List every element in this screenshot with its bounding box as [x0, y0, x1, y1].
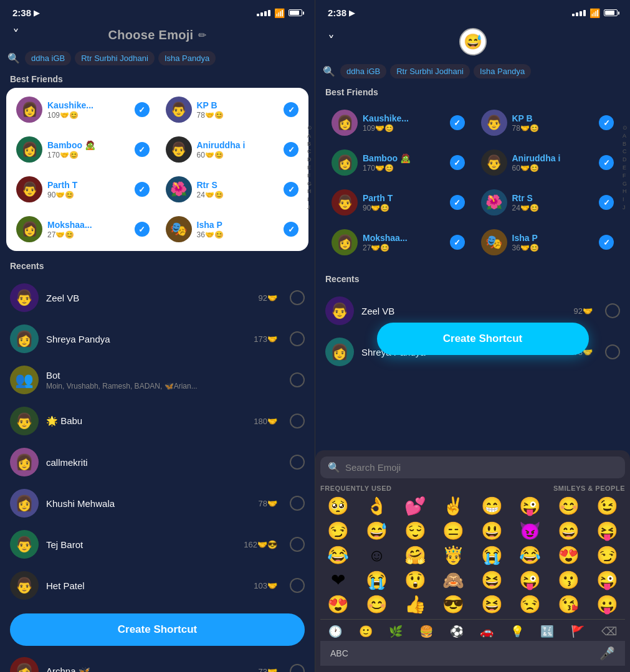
- search-bar-right[interactable]: 🔍 ddha iGB Rtr Surbhi Jodhani Isha Pandy…: [315, 60, 630, 82]
- emoji-cell[interactable]: 😑: [436, 521, 472, 542]
- emoji-cell[interactable]: 😏: [320, 521, 356, 542]
- friend-card-kpb-r[interactable]: 👨 KP B 78🤝😊: [474, 103, 622, 142]
- friend-card-rtrs[interactable]: 🌺 Rtr S 24🤝😊: [158, 170, 307, 209]
- select-het[interactable]: [290, 578, 305, 593]
- recent-item-het[interactable]: 👨 Het Patel 103🤝: [0, 565, 315, 606]
- emoji-cell[interactable]: 😊: [551, 496, 587, 517]
- emoji-cell[interactable]: 😍: [320, 594, 356, 615]
- emoji-cell[interactable]: ❤: [320, 570, 356, 591]
- emoji-cell[interactable]: 🤴: [436, 545, 472, 566]
- select-shreya[interactable]: [290, 331, 305, 346]
- select-khushi[interactable]: [290, 496, 305, 511]
- friend-card-aniruddha[interactable]: 👨 Aniruddha i 60🤝😊: [158, 130, 307, 169]
- recent-item-bot[interactable]: 👥 Bot Moin, Vrushabh, Ramesh, BADAN, 🦋Ar…: [0, 359, 315, 400]
- emoji-cell[interactable]: 👌: [359, 496, 395, 517]
- emoji-cell[interactable]: 🤗: [397, 545, 433, 566]
- emoji-cell[interactable]: 😘: [551, 594, 587, 615]
- emoji-cell[interactable]: 😭: [474, 545, 510, 566]
- friend-card-kaushike-r[interactable]: 👩 Kaushike... 109🤝😊: [324, 103, 472, 142]
- friend-card-rtrs-r[interactable]: 🌺 Rtr S 24🤝😊: [474, 183, 622, 222]
- emoji-search-bar[interactable]: 🔍 Search Emoji: [320, 457, 625, 478]
- select-archna[interactable]: [290, 664, 305, 672]
- chip-2-right[interactable]: Rtr Surbhi Jodhani: [390, 64, 470, 78]
- recent-item-khushi[interactable]: 👩 Khushi Mehwala 78🤝: [0, 483, 315, 524]
- emoji-cell[interactable]: 😁: [474, 496, 510, 517]
- emoji-cell[interactable]: 😝: [589, 521, 625, 542]
- emoji-cell[interactable]: 😆: [474, 594, 510, 615]
- emoji-cell[interactable]: 😜: [512, 496, 548, 517]
- emoji-cell[interactable]: 😈: [512, 521, 548, 542]
- toolbar-objects-icon[interactable]: 💡: [510, 625, 524, 638]
- toolbar-clock-icon[interactable]: 🕐: [328, 625, 342, 638]
- back-arrow-left[interactable]: ˅: [12, 27, 19, 44]
- emoji-cell[interactable]: 😏: [589, 545, 625, 566]
- create-shortcut-button-right[interactable]: Create Shortcut: [377, 323, 589, 355]
- toolbar-symbols-icon[interactable]: 🔣: [540, 625, 554, 638]
- emoji-cell[interactable]: 😅: [359, 521, 395, 542]
- chip-3-left[interactable]: Isha Pandya: [158, 51, 216, 65]
- emoji-cell[interactable]: 😊: [359, 594, 395, 615]
- select-callmekriti[interactable]: [290, 455, 305, 470]
- select-tej[interactable]: [290, 537, 305, 552]
- emoji-cell[interactable]: 😂: [512, 545, 548, 566]
- friend-card-mokshaa-r[interactable]: 👩 Mokshaa... 27🤝😊: [324, 223, 472, 262]
- emoji-cell[interactable]: 😛: [589, 594, 625, 615]
- emoji-cell[interactable]: 😄: [551, 521, 587, 542]
- select-zeelvb-r[interactable]: [605, 303, 620, 318]
- friend-card-kpb[interactable]: 👨 KP B 78🤝😊: [158, 90, 307, 129]
- toolbar-food-icon[interactable]: 🍔: [419, 625, 433, 638]
- recent-item-archna[interactable]: 👩 Archna 🦋 73🤝: [0, 651, 315, 672]
- emoji-cell[interactable]: ☺: [359, 545, 395, 566]
- emoji-cell[interactable]: 😆: [474, 570, 510, 591]
- toolbar-delete-icon[interactable]: ⌫: [601, 625, 617, 638]
- select-bot[interactable]: [290, 372, 305, 387]
- emoji-cell[interactable]: 💕: [397, 496, 433, 517]
- toolbar-smile-icon[interactable]: 🙂: [359, 625, 373, 638]
- select-zeelvb[interactable]: [290, 290, 305, 305]
- back-arrow-right[interactable]: ˅: [328, 34, 335, 50]
- emoji-cell[interactable]: 🥺: [320, 496, 356, 517]
- emoji-cell[interactable]: 😜: [589, 570, 625, 591]
- friend-card-bamboo-r[interactable]: 👩 Bamboo 🧟 170🤝😊: [324, 143, 472, 182]
- toolbar-flags-icon[interactable]: 🚩: [571, 625, 585, 638]
- toolbar-travel-icon[interactable]: 🚗: [480, 625, 494, 638]
- friend-card-mokshaa[interactable]: 👩 Mokshaa... 27🤝😊: [9, 210, 157, 248]
- emoji-cell[interactable]: 😒: [512, 594, 548, 615]
- keyboard-abc-label[interactable]: ABC: [330, 648, 348, 658]
- toolbar-activity-icon[interactable]: ⚽: [450, 625, 464, 638]
- friend-card-ishap[interactable]: 🎭 Isha P 36🤝😊: [158, 210, 307, 248]
- friend-card-ishap-r[interactable]: 🎭 Isha P 36🤝😊: [474, 223, 622, 262]
- recent-item-callmekriti[interactable]: 👩 callmekriti: [0, 442, 315, 483]
- select-babu[interactable]: [290, 414, 305, 428]
- emoji-cell[interactable]: 😌: [397, 521, 433, 542]
- create-shortcut-button-left[interactable]: Create Shortcut: [10, 613, 305, 646]
- friend-card-kaushike[interactable]: 👩 Kaushike... 109🤝😊: [9, 90, 157, 129]
- emoji-cell[interactable]: 😎: [436, 594, 472, 615]
- emoji-cell[interactable]: 😲: [397, 570, 433, 591]
- friend-card-parth[interactable]: 👨 Parth T 90🤝😊: [9, 170, 157, 209]
- emoji-cell[interactable]: 🙈: [436, 570, 472, 591]
- friend-card-parth-r[interactable]: 👨 Parth T 90🤝😊: [324, 183, 472, 222]
- chip-2-left[interactable]: Rtr Surbhi Jodhani: [75, 51, 155, 65]
- edit-icon-left[interactable]: ✏: [198, 29, 206, 41]
- recent-item-zeelvb[interactable]: 👨 Zeel VB 92🤝: [0, 277, 315, 318]
- emoji-cell[interactable]: 😍: [551, 545, 587, 566]
- friend-card-bamboo[interactable]: 👩 Bamboo 🧟 170🤝😊: [9, 130, 157, 169]
- friend-card-aniruddha-r[interactable]: 👨 Aniruddha i 60🤝😊: [474, 143, 622, 182]
- recent-item-shreya[interactable]: 👩 Shreya Pandya 173🤝: [0, 318, 315, 359]
- chip-3-right[interactable]: Isha Pandya: [474, 64, 531, 78]
- chip-1-left[interactable]: ddha iGB: [25, 51, 71, 65]
- emoji-cell[interactable]: 😉: [589, 496, 625, 517]
- emoji-cell[interactable]: 😗: [551, 570, 587, 591]
- emoji-cell[interactable]: ✌: [436, 496, 472, 517]
- search-bar-left[interactable]: 🔍 ddha iGB Rtr Surbhi Jodhani Isha Pandy…: [0, 47, 315, 69]
- header-emoji-right[interactable]: 😅: [459, 28, 487, 55]
- emoji-cell[interactable]: 😜: [512, 570, 548, 591]
- recent-item-babu[interactable]: 👨 🌟 Babu 180🤝: [0, 400, 315, 442]
- emoji-cell[interactable]: 👍: [397, 594, 433, 615]
- recent-item-tej[interactable]: 👨 Tej Barot 162🤝😎: [0, 524, 315, 565]
- keyboard-mic-icon[interactable]: 🎤: [599, 646, 615, 661]
- emoji-cell[interactable]: 😭: [359, 570, 395, 591]
- select-shreya-r[interactable]: [605, 344, 620, 359]
- toolbar-nature-icon[interactable]: 🌿: [389, 625, 403, 638]
